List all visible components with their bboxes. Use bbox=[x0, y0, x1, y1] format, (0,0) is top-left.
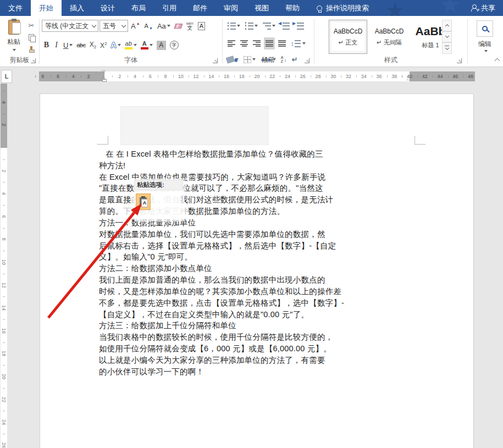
tab-stop-selector[interactable]: L bbox=[1, 70, 12, 83]
ruler-number: 2 bbox=[1, 159, 7, 182]
font-size-select[interactable]: 五号 bbox=[100, 20, 128, 32]
lightbulb-icon bbox=[317, 5, 322, 11]
clipboard-dialog-launcher-icon[interactable] bbox=[31, 58, 36, 63]
change-case-button[interactable]: Aa bbox=[156, 20, 172, 32]
left-indent-marker[interactable] bbox=[102, 79, 107, 82]
subscript-button[interactable]: X2 bbox=[88, 39, 98, 51]
editing-search-button[interactable] bbox=[477, 20, 493, 37]
multilevel-list-button[interactable] bbox=[261, 20, 277, 32]
eraser-icon bbox=[174, 24, 183, 29]
superscript-button[interactable]: X2 bbox=[98, 39, 108, 51]
more-styles-button[interactable] bbox=[442, 42, 452, 54]
vertical-ruler[interactable]: 42 2468101214161820222426 bbox=[1, 84, 7, 448]
character-border-button[interactable]: A bbox=[196, 20, 207, 32]
ruler-number: 32 bbox=[341, 71, 356, 81]
menu-tab[interactable]: 帮助 bbox=[277, 0, 308, 16]
underline-button[interactable]: U bbox=[62, 39, 74, 51]
font-name-select[interactable]: 等线 (中文正文 bbox=[42, 20, 98, 32]
phonetic-guide-button[interactable]: wén文 bbox=[185, 20, 195, 32]
grow-font-button[interactable]: A▲ bbox=[129, 20, 142, 32]
distribute-button[interactable] bbox=[277, 37, 288, 49]
font-dialog-launcher-icon[interactable] bbox=[213, 58, 218, 63]
style-card[interactable]: AaBbCcD ↵ 正文 bbox=[329, 20, 367, 54]
tell-me-search[interactable]: 操作说明搜索 bbox=[317, 0, 369, 16]
numbering-button[interactable] bbox=[244, 20, 259, 32]
align-center-button[interactable] bbox=[239, 37, 250, 49]
text-effects-button[interactable]: A bbox=[109, 39, 123, 51]
copy-button[interactable] bbox=[25, 32, 37, 42]
text-line: 在 在 I Excel 表格中怎样给数据批量添加单位？值得收藏的三 bbox=[99, 148, 352, 160]
right-indent-marker[interactable]: △ bbox=[407, 76, 411, 80]
menu-tab[interactable]: 设计 bbox=[92, 0, 123, 16]
align-left-button[interactable] bbox=[226, 37, 237, 49]
bullet-list-icon bbox=[228, 23, 236, 30]
first-line-indent-marker[interactable]: ▽ bbox=[102, 70, 106, 74]
menu-tab[interactable]: 布局 bbox=[123, 0, 154, 16]
bold-button[interactable]: B bbox=[42, 39, 51, 51]
align-right-button[interactable] bbox=[251, 37, 262, 49]
superscript-glyph: X2 bbox=[100, 41, 107, 49]
menu-tab[interactable]: 审阅 bbox=[215, 0, 246, 16]
scroll-up-button[interactable] bbox=[442, 20, 452, 31]
keep-text-only-paste-button[interactable] bbox=[136, 193, 151, 210]
highlight-color-button[interactable]: ab bbox=[123, 39, 139, 51]
style-card[interactable]: AaBbCcD ↵ 无间隔 bbox=[370, 20, 408, 54]
styles-dialog-launcher-icon[interactable] bbox=[457, 58, 462, 63]
ruler-number: 18 bbox=[1, 342, 7, 366]
menu-tab[interactable]: 开始 bbox=[31, 0, 62, 16]
text-boundary-corner-mark bbox=[97, 136, 108, 145]
italic-button[interactable]: I bbox=[52, 39, 61, 51]
menu-tab[interactable]: 文件 bbox=[0, 0, 31, 16]
chevron-down-icon[interactable] bbox=[484, 50, 488, 52]
text-line: 我们上面是添加普通的单位，那么当我们的数据中出现小数点的 bbox=[99, 274, 352, 286]
document-page[interactable]: 在 在 I Excel 表格中怎样给数据批量添加单位？值得收藏的三种方法!在 E… bbox=[40, 93, 474, 448]
ruler-number: 16 bbox=[1, 319, 7, 342]
editing-label: 编辑 bbox=[468, 40, 502, 49]
hanging-indent-marker[interactable]: △ bbox=[102, 75, 106, 79]
strikethrough-button[interactable]: abc bbox=[75, 39, 87, 51]
font-color-button[interactable]: A bbox=[139, 39, 154, 51]
chevron-down-icon bbox=[121, 23, 126, 27]
phonetic-icon: wén文 bbox=[186, 21, 194, 31]
enclose-characters-glyph: 字 bbox=[170, 41, 179, 49]
menu-tabs: 文件开始插入设计布局引用邮件审阅视图帮助 bbox=[0, 0, 308, 16]
text-line: 时候，又是怎样添加单位的呢？其实添加小数点单位和以上的操作差 bbox=[99, 286, 352, 297]
increase-indent-button[interactable]: ▶ bbox=[293, 20, 306, 32]
menu-tab[interactable]: 引用 bbox=[154, 0, 185, 16]
ruler-number: 20 bbox=[1, 365, 7, 388]
search-icon bbox=[482, 26, 488, 31]
change-case-glyph: Aa bbox=[157, 22, 166, 30]
shrink-font-button[interactable]: A▼ bbox=[143, 20, 154, 32]
chevron-down-icon bbox=[272, 25, 275, 27]
enclose-characters-button[interactable]: 字 bbox=[168, 39, 180, 51]
cut-button[interactable]: ✂ bbox=[25, 20, 37, 30]
ruler-number: 24 bbox=[1, 411, 7, 434]
menu-tab[interactable]: 邮件 bbox=[185, 0, 215, 16]
paragraph-dialog-launcher-icon[interactable] bbox=[305, 58, 309, 63]
line-spacing-button[interactable]: ↕ bbox=[289, 37, 307, 49]
clear-formatting-button[interactable] bbox=[173, 20, 184, 32]
ruler-number: 8 bbox=[1, 228, 7, 251]
justify-button[interactable] bbox=[264, 37, 275, 49]
text-line: 不多，都是要先选中数据，点击【设置单元格格式】，选中【数字】- bbox=[99, 297, 352, 309]
decrease-indent-button[interactable]: ◀ bbox=[279, 20, 291, 32]
ruler-number: 48 bbox=[463, 71, 478, 81]
character-shading-button[interactable]: A bbox=[155, 39, 168, 51]
updown-arrow-icon: ↕ bbox=[291, 40, 294, 47]
tell-me-label: 操作说明搜索 bbox=[326, 3, 369, 13]
text-line: 的小伙伴可以学习一下的啊！ bbox=[99, 366, 352, 378]
document-workspace: L 8642 246810121416182022242628303234363… bbox=[0, 67, 503, 448]
format-painter-button[interactable] bbox=[25, 45, 37, 54]
ruler-number: 12 bbox=[1, 274, 7, 297]
menu-tab[interactable]: 视图 bbox=[246, 0, 277, 16]
style-gallery: AaBbCcD ↵ 正文 AaBbCcD ↵ 无间隔 AaBb 标题 1 bbox=[329, 20, 450, 54]
share-button[interactable]: + 共享 bbox=[463, 0, 503, 16]
scroll-down-button[interactable] bbox=[442, 31, 452, 43]
horizontal-ruler[interactable]: 8642 24681012141618202224262830323436384… bbox=[14, 71, 503, 81]
bullets-button[interactable] bbox=[226, 20, 242, 32]
text-line: 方法二：给数据添加小数点单位 bbox=[99, 263, 352, 274]
menu-tab[interactable]: 插入 bbox=[62, 0, 92, 16]
caret-down-icon: ▼ bbox=[149, 26, 153, 30]
ruler-number: 38 bbox=[387, 71, 402, 81]
character-shading-glyph: A bbox=[157, 41, 166, 50]
